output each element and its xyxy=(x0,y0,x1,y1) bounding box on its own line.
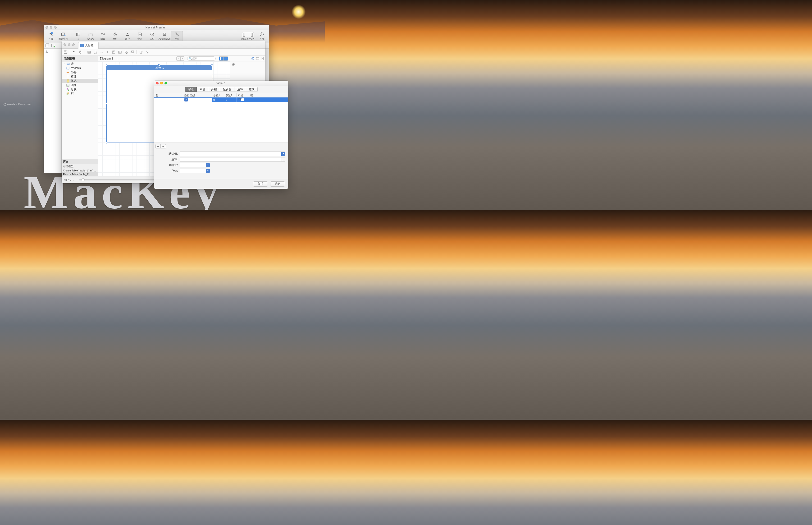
tab-fields[interactable]: 字段 xyxy=(185,87,197,92)
new-model-db-icon[interactable] xyxy=(51,43,56,48)
col-header-key[interactable]: 键 xyxy=(249,93,288,97)
field-name-input[interactable] xyxy=(154,98,183,102)
close-icon[interactable] xyxy=(156,82,158,85)
layer-icon[interactable] xyxy=(131,50,134,54)
new-query-btn[interactable]: +新建查询 xyxy=(57,31,69,42)
col-format-combo[interactable]: ▾ xyxy=(180,163,210,167)
search-input[interactable]: 🔍搜索 xyxy=(187,57,216,61)
cancel-button[interactable]: 取消 xyxy=(253,181,268,186)
resize-handle[interactable] xyxy=(106,103,107,105)
history-item[interactable]: Create Table "table_1" in "Diagra... xyxy=(62,169,98,172)
panel-toggle[interactable] xyxy=(219,57,228,61)
tree-note[interactable]: 笔记 xyxy=(62,79,98,83)
export-icon[interactable] xyxy=(139,50,143,54)
label-comment: 注释: xyxy=(157,158,180,162)
tree-shape[interactable]: 形状 xyxy=(62,87,98,91)
event-btn[interactable]: 事件 xyxy=(109,31,121,42)
shape-icon[interactable] xyxy=(124,50,128,54)
backup-btn[interactable]: 备份 xyxy=(146,31,158,42)
fk-icon[interactable] xyxy=(99,50,103,54)
default-value-combo[interactable]: ▾ xyxy=(180,151,285,156)
svg-point-49 xyxy=(126,52,127,54)
tree-tables[interactable]: ▸表 xyxy=(62,62,98,66)
field-key-cell[interactable] xyxy=(249,97,288,102)
maximize-icon[interactable] xyxy=(54,26,57,29)
col-header-nn[interactable]: 不是 null xyxy=(236,93,249,97)
remove-field-button[interactable]: − xyxy=(161,144,166,148)
label-icon[interactable]: T xyxy=(106,50,109,54)
rsmenu-segment[interactable] xyxy=(242,32,254,37)
tree-views[interactable]: rsViews xyxy=(62,66,98,70)
col-header-p2[interactable]: 参数2 xyxy=(224,93,236,97)
tab-untitled[interactable]: 无标题 xyxy=(78,42,98,49)
field-p1-cell[interactable]: 0 xyxy=(212,97,224,102)
ellipsis-button[interactable]: … xyxy=(281,158,285,162)
tab-fk[interactable]: 外键 xyxy=(208,87,220,92)
new-table-icon[interactable] xyxy=(87,50,91,54)
login-btn[interactable]: 登录 xyxy=(256,31,267,42)
col-header-type[interactable]: 数据类型 xyxy=(183,93,212,97)
col-header-p1[interactable]: 参数1 xyxy=(212,93,224,97)
table-editor-window: table_1 字段 索引 外键 触发器 注释 选项 名 数据类型 参数1 参数… xyxy=(154,80,288,189)
nav-arrows[interactable]: ‹› xyxy=(176,57,184,61)
history-item[interactable]: 创建模型 xyxy=(62,164,98,169)
tab-options[interactable]: 选项 xyxy=(246,87,258,92)
hand-icon[interactable] xyxy=(78,50,82,54)
col-header-name[interactable]: 名 xyxy=(154,93,183,97)
table-titlebar: table_1 xyxy=(154,80,288,86)
model-btn[interactable]: 模型 xyxy=(171,31,183,42)
tree-image[interactable]: 图像 xyxy=(62,83,98,87)
tab-indexes[interactable]: 索引 xyxy=(197,87,208,92)
maximize-icon[interactable] xyxy=(165,82,167,85)
ok-button[interactable]: 确定 xyxy=(270,181,285,186)
maximize-icon[interactable] xyxy=(72,43,75,46)
table-btn[interactable]: 表 xyxy=(72,31,84,42)
query-btn[interactable]: 查询 xyxy=(134,31,146,42)
tab-triggers[interactable]: 触发器 xyxy=(220,87,234,92)
automation-btn[interactable]: Automation xyxy=(158,31,170,42)
search-icon: 🔍 xyxy=(189,57,192,60)
tree-fk[interactable]: 外键 xyxy=(62,70,98,74)
view-btn[interactable]: rsView xyxy=(85,31,96,42)
close-icon[interactable] xyxy=(46,26,48,29)
resize-handle[interactable] xyxy=(106,142,107,144)
history-item[interactable]: Resize Table "table_1" xyxy=(62,172,98,176)
resize-handle[interactable] xyxy=(158,64,160,66)
pointer-icon[interactable] xyxy=(72,50,76,54)
svg-point-64 xyxy=(67,85,68,85)
minimize-icon[interactable] xyxy=(50,26,52,29)
resize-handle[interactable] xyxy=(211,64,213,66)
minimize-icon[interactable] xyxy=(160,82,163,85)
cube-icon[interactable] xyxy=(251,57,255,60)
tree-label[interactable]: T标签 xyxy=(62,74,98,79)
function-btn[interactable]: f(x)函数 xyxy=(97,31,109,42)
save-icon[interactable] xyxy=(63,50,67,54)
diagram-dropdown-icon[interactable]: ⌃⌄ xyxy=(114,57,118,60)
resize-handle[interactable] xyxy=(106,64,107,66)
note-icon[interactable] xyxy=(112,50,116,54)
image-icon[interactable] xyxy=(118,50,122,54)
comment-input[interactable]: … xyxy=(180,157,285,162)
new-model-icon[interactable] xyxy=(45,43,49,48)
new-view-icon[interactable] xyxy=(93,50,97,54)
user-btn[interactable]: 用户 xyxy=(122,31,134,42)
close-icon[interactable] xyxy=(63,43,66,46)
diagram-name[interactable]: Diagram 1 xyxy=(100,57,113,60)
storage-combo[interactable]: ▾ xyxy=(180,169,210,173)
field-nn-checkbox[interactable] xyxy=(236,97,249,102)
field-row[interactable]: ▾ 0 0 xyxy=(154,97,288,102)
sql-icon[interactable] xyxy=(261,57,264,60)
field-p2-cell[interactable]: 0 xyxy=(224,97,236,102)
tree-layer[interactable]: 层 xyxy=(62,91,98,96)
add-field-button[interactable]: + xyxy=(155,144,161,148)
model-icon xyxy=(80,44,84,47)
minimize-icon[interactable] xyxy=(68,43,71,46)
svg-rect-28 xyxy=(243,33,245,36)
field-type-select[interactable]: ▾ xyxy=(183,98,212,102)
zoom-dropdown-icon[interactable]: ⌄ xyxy=(73,179,75,181)
connection-btn[interactable]: +连接 xyxy=(45,31,57,42)
settings-icon[interactable] xyxy=(145,50,149,54)
tab-comment[interactable]: 注释 xyxy=(234,87,246,92)
svg-rect-48 xyxy=(125,51,126,52)
preview-icon[interactable] xyxy=(256,57,259,60)
